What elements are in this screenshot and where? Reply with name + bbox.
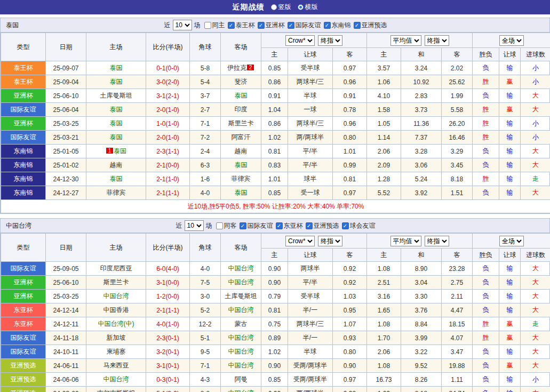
date-cell: 24-12-11 (46, 317, 86, 331)
match-count-select[interactable]: 10 (185, 220, 204, 231)
away-team-cell: 伊拉克2 (221, 61, 261, 75)
competition-type-badge: 泰王杯 (1, 61, 46, 75)
avg-type-select[interactable]: 平均值 (390, 35, 421, 46)
filter-controls: 近10场同客✓国际友谊✓东亚杯✓亚洲预选✓球会友谊 (175, 220, 376, 231)
filter-checkbox[interactable]: ✓东亚杯 (276, 221, 303, 230)
sub-column-header: 进球数 (521, 48, 550, 61)
date-cell: 25-06-10 (46, 89, 86, 103)
home-team-name: 中国香港 (103, 306, 129, 314)
handicap-cell: 两球半/三 (288, 317, 333, 331)
competition-type-badge: 东南锦 (1, 158, 46, 172)
column-header: 客场 (221, 33, 261, 61)
odds-final-select[interactable]: 终指 (318, 35, 342, 46)
away-team-cell: 斯里兰卡 (221, 117, 261, 131)
home-team-name: 泰国 (114, 147, 126, 155)
filter-checkbox[interactable]: ✓亚洲预选 (306, 221, 339, 230)
filter-checkbox[interactable]: ✓亚洲预选 (354, 21, 387, 30)
column-header: 日期 (46, 234, 86, 262)
goals-result-cell: 大 (521, 303, 550, 317)
goals-result-cell: 小 (521, 61, 550, 75)
goals-result-cell: 走 (521, 172, 550, 186)
odds-final-select[interactable]: 终指 (318, 236, 342, 246)
filter-checkbox[interactable]: ✓东南锦 (324, 21, 351, 30)
odds-away-cell: 0.80 (333, 131, 367, 145)
avg-draw-cell: 8.90 (401, 262, 442, 276)
corner-cell: 7-1 (190, 359, 221, 373)
scope-select[interactable]: 全场 (499, 236, 524, 246)
filter-checkbox[interactable]: ✓亚洲杯 (258, 21, 285, 30)
filter-checkbox[interactable]: 同主 (204, 21, 225, 30)
view-mode-label: 竖版 (278, 3, 291, 12)
odds-home-cell: 0.81 (261, 303, 288, 317)
score-cell: 2-3(0-1) (146, 331, 190, 345)
avg-away-cell: 4.47 (442, 303, 473, 317)
goals-result-cell: 大 (521, 89, 550, 103)
win-loss-cell: 负 (473, 186, 499, 200)
goals-result-cell: 小 (521, 131, 550, 145)
sub-column-header: 客 (333, 48, 367, 61)
match-row: 国际友谊25-09-05印度尼西亚6-0(4-0)4-0中国台湾0.90两球半0… (1, 262, 550, 276)
avg-final-select[interactable]: 终指 (425, 236, 449, 246)
away-team-cell: 阿富汗 (221, 131, 261, 145)
avg-draw-cell: 3.99 (401, 331, 442, 345)
checkbox-label: 泰王杯 (236, 21, 255, 30)
avg-final-select[interactable]: 终指 (425, 35, 449, 46)
avg-away-cell: 2.75 (442, 276, 473, 290)
match-count-select[interactable]: 10 (173, 20, 192, 30)
goals-result-cell: 小 (521, 75, 550, 89)
avg-type-select[interactable]: 平均值 (390, 236, 421, 246)
sub-column-header: 进球数 (521, 249, 550, 262)
away-team-name: 土库曼斯坦 (225, 292, 257, 300)
goals-result-cell: 大 (521, 276, 550, 290)
score-cell: 3-1(2-1) (146, 89, 190, 103)
view-mode-radio-1[interactable]: 横版 (298, 3, 318, 12)
avg-draw-cell: 3.76 (401, 303, 442, 317)
corner-cell: 2-4 (190, 145, 221, 158)
home-team-name: 越南 (110, 161, 123, 169)
avg-home-cell: 1.08 (367, 359, 401, 373)
home-team-cell: 柬埔寨 (86, 345, 146, 359)
home-team-cell: 中国台湾 (86, 290, 146, 303)
column-header: 类型 (1, 234, 46, 262)
handicap-result-cell: 赢 (499, 103, 521, 117)
filter-checkbox[interactable]: ✓泰王杯 (228, 21, 255, 30)
handicap-result-cell: 输 (499, 61, 521, 75)
avg-away-cell: 1.99 (442, 89, 473, 103)
page-title: 近期战绩 (233, 3, 265, 12)
win-loss-cell: 负 (473, 262, 499, 276)
match-row: 东南锦24-12-27菲律宾2-1(1-1)4-0泰国0.85受一球0.975.… (1, 186, 550, 200)
odds-away-cell: 1.01 (333, 145, 367, 158)
handicap-result-cell: 输 (499, 276, 521, 290)
handicap-result-cell: 输 (499, 158, 521, 172)
avg-home-cell: 1.08 (367, 262, 401, 276)
checkbox-icon: ✓ (354, 22, 361, 29)
filter-checkbox[interactable]: ✓国际友谊 (288, 21, 321, 30)
odds-company-select[interactable]: Crow* (285, 35, 315, 46)
handicap-cell: 半球 (288, 345, 333, 359)
filter-checkbox[interactable]: 同客 (216, 221, 237, 230)
handicap-result-cell: 输 (499, 172, 521, 186)
view-mode-radio-0[interactable]: 竖版 (271, 3, 291, 12)
avg-away-cell: 26.20 (442, 117, 473, 131)
column-header: 类型 (1, 33, 46, 61)
avg-home-cell: 2.06 (367, 145, 401, 158)
goals-result-cell: 走 (521, 317, 550, 331)
avg-draw-cell: 3.22 (401, 345, 442, 359)
goals-result-cell: 大 (521, 345, 550, 359)
match-row: 亚洲预选24-06-11马来西亚3-1(0-1)7-1中国台湾0.90受两/两球… (1, 359, 550, 373)
checkbox-icon (216, 222, 223, 229)
away-team-name: 中国台湾 (228, 362, 254, 369)
match-row: 亚洲预选24-06-06中国台湾0-3(0-1)4-3阿曼0.85受两/两球半0… (1, 373, 550, 387)
sub-column-header: 客 (442, 48, 473, 61)
checkbox-icon: ✓ (306, 222, 313, 229)
filter-checkbox[interactable]: ✓国际友谊 (240, 221, 273, 230)
handicap-cell: 两球半 (288, 262, 333, 276)
away-team-cell: 中国台湾 (221, 387, 261, 392)
avg-away-cell: 4.07 (442, 331, 473, 345)
avg-away-cell: 24.74 (442, 387, 473, 392)
filter-checkbox[interactable]: ✓球会友谊 (342, 221, 376, 230)
scope-select[interactable]: 全场 (499, 35, 524, 46)
odds-home-cell: 0.83 (261, 158, 288, 172)
odds-company-select[interactable]: Crow* (285, 236, 315, 246)
corner-cell: 8-8 (190, 387, 221, 392)
